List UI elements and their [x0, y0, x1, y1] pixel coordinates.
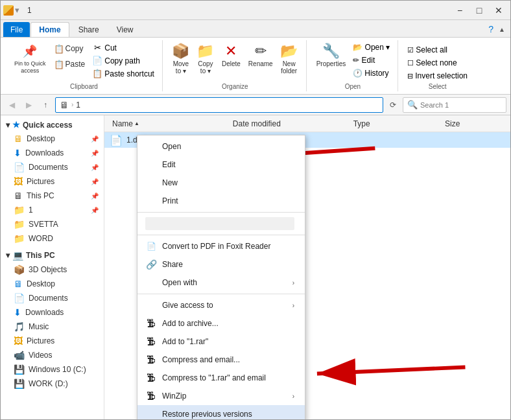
- pin-indicator-pic: 📌: [91, 178, 99, 185]
- sidebar-item-word[interactable]: 📁 WORD: [1, 231, 104, 246]
- sidebar-item-downloads[interactable]: ⬇ Downloads 📌: [1, 146, 104, 160]
- sidebar-item-svetta[interactable]: 📁 SVETTA: [1, 217, 104, 231]
- close-button[interactable]: ✕: [490, 3, 508, 18]
- ctx-new-icon: [145, 177, 157, 189]
- this-pc-header[interactable]: ▾ 💻 This PC: [1, 248, 104, 262]
- ctx-greyed-1: [137, 215, 305, 233]
- ctx-add-archive[interactable]: 🗜 Add to archive...: [137, 314, 305, 332]
- pin-indicator-doc: 📌: [91, 164, 99, 171]
- ctx-winzip[interactable]: 🗜 WinZip ›: [137, 387, 305, 405]
- new-folder-button[interactable]: 📂 Newfolder: [278, 41, 301, 76]
- ctx-share[interactable]: 🔗 Share: [137, 255, 305, 274]
- tab-home[interactable]: Home: [30, 22, 69, 37]
- maximize-button[interactable]: □: [470, 3, 488, 18]
- sidebar-pc-desktop[interactable]: 🖥 Desktop: [1, 277, 104, 291]
- col-type-header[interactable]: Type: [351, 119, 442, 128]
- tab-file[interactable]: File: [3, 22, 30, 37]
- ctx-compress-rar-email-icon: 🗜: [145, 372, 157, 384]
- sidebar-pc-pictures[interactable]: 🖼 Pictures: [1, 334, 104, 348]
- quick-access-header[interactable]: ▾ ★ Quick access: [1, 118, 104, 132]
- sidebar-pc-downloads[interactable]: ⬇ Downloads: [1, 305, 104, 320]
- col-name-header[interactable]: Name ▲: [110, 119, 230, 128]
- copy-path-button[interactable]: 📄 Copy path: [89, 54, 157, 67]
- cut-button[interactable]: ✂ Cut: [89, 41, 157, 54]
- ctx-add-rar[interactable]: 🗜 Add to "1.rar": [137, 332, 305, 351]
- ctx-print[interactable]: Print: [137, 192, 305, 210]
- sidebar-windows-c[interactable]: 💾 Windows 10 (C:): [1, 362, 104, 377]
- ctx-share-icon: 🔗: [145, 259, 157, 270]
- ctx-new[interactable]: New: [137, 174, 305, 192]
- refresh-button[interactable]: ⟳: [386, 98, 400, 112]
- properties-button[interactable]: 🔧 Properties: [313, 41, 350, 69]
- history-icon: 🕐: [353, 69, 362, 78]
- copy-path-icon: 📄: [92, 56, 102, 65]
- ribbon-content: 📌 Pin to Quickaccess 📋 Copy 📋 Paste: [1, 37, 510, 94]
- copy-to-button[interactable]: 📁 Copyto ▾: [194, 41, 217, 76]
- ctx-open[interactable]: Open: [137, 137, 305, 156]
- search-box[interactable]: 🔍: [403, 97, 506, 113]
- delete-button[interactable]: ✕ Delete: [219, 41, 244, 69]
- ribbon-collapse[interactable]: ▲: [496, 25, 508, 34]
- ctx-new-label: New: [162, 178, 178, 187]
- ctx-add-archive-label: Add to archive...: [162, 319, 219, 328]
- sidebar-item-documents[interactable]: 📄 Documents 📌: [1, 160, 104, 174]
- sidebar-item-thispc[interactable]: 🖥 This PC 📌: [1, 189, 104, 203]
- sidebar-pc-videos[interactable]: 📹 Videos: [1, 348, 104, 362]
- invert-label: Invert selection: [415, 71, 468, 80]
- title-bar: ▾ 1 − □ ✕: [1, 1, 510, 20]
- tab-view[interactable]: View: [108, 22, 142, 37]
- back-button[interactable]: ◀: [5, 98, 19, 112]
- col-size-header[interactable]: Size: [442, 119, 505, 128]
- sidebar-3dobjects[interactable]: 📦 3D Objects: [1, 262, 104, 277]
- pin-to-quick-access-button[interactable]: 📌 Pin to Quickaccess: [11, 41, 49, 76]
- address-path[interactable]: 🖥 › 1: [55, 97, 383, 113]
- paste-button[interactable]: 📋 Paste: [51, 57, 89, 71]
- minimize-button[interactable]: −: [451, 3, 469, 18]
- ctx-restore-versions[interactable]: Restore previous versions: [137, 405, 305, 419]
- copy-to-label: Copyto ▾: [198, 60, 213, 75]
- history-button[interactable]: 🕐 History: [350, 67, 392, 79]
- delete-label: Delete: [222, 60, 241, 67]
- ctx-compress-email[interactable]: 🗜 Compress and email...: [137, 351, 305, 369]
- ctx-greyed-bar: [145, 217, 294, 230]
- downloads-icon: ⬇: [14, 148, 21, 158]
- ctx-compress-rar-email[interactable]: 🗜 Compress to "1.rar" and email: [137, 369, 305, 387]
- move-to-button[interactable]: 📦 Moveto ▾: [169, 41, 193, 76]
- paste-shortcut-button[interactable]: 📋 Paste shortcut: [89, 67, 157, 80]
- select-group: ☑ Select all ☐ Select none ⊟ Invert sele…: [399, 40, 475, 91]
- forward-button[interactable]: ▶: [21, 98, 36, 112]
- select-all-icon: ☑: [407, 46, 414, 54]
- search-input[interactable]: [420, 101, 510, 109]
- copy-button[interactable]: 📋 Copy: [51, 41, 89, 56]
- open-label: 📂 Open ▾: [353, 43, 390, 52]
- address-bar: ◀ ▶ ↑ 🖥 › 1 ⟳ 🔍: [1, 95, 510, 115]
- help-button[interactable]: ?: [486, 23, 496, 36]
- up-button[interactable]: ↑: [38, 98, 53, 112]
- sidebar-item-1[interactable]: 📁 1 📌: [1, 203, 104, 217]
- ctx-open-with[interactable]: Open with ›: [137, 274, 305, 292]
- quick-access-customize[interactable]: ▾: [15, 5, 19, 15]
- open-button[interactable]: 📂 Open ▾: [350, 41, 392, 53]
- tab-share[interactable]: Share: [70, 22, 108, 37]
- select-all-button[interactable]: ☑ Select all: [405, 44, 470, 56]
- col-type-label: Type: [353, 119, 370, 128]
- clipboard-buttons: 📌 Pin to Quickaccess 📋 Copy 📋 Paste: [11, 41, 157, 82]
- col-date-header[interactable]: Date modified: [230, 119, 351, 128]
- ctx-edit[interactable]: Edit: [137, 156, 305, 174]
- ctx-convert-pdf[interactable]: 📄 Convert to PDF in Foxit Reader: [137, 237, 305, 255]
- quick-access-chevron: ▾: [6, 121, 10, 130]
- drive-d-icon: 💾: [14, 379, 25, 389]
- sidebar-pc-music[interactable]: 🎵 Music: [1, 320, 104, 334]
- select-none-button[interactable]: ☐ Select none: [405, 57, 470, 69]
- quick-access-label: Quick access: [23, 121, 73, 130]
- clipboard-label: Clipboard: [11, 82, 157, 90]
- rename-button[interactable]: ✏ Rename: [245, 41, 276, 69]
- edit-button[interactable]: ✏ Edit: [350, 54, 392, 66]
- invert-selection-button[interactable]: ⊟ Invert selection: [405, 70, 470, 82]
- sidebar-item-pictures[interactable]: 🖼 Pictures 📌: [1, 174, 104, 189]
- sidebar-pc-documents[interactable]: 📄 Documents: [1, 291, 104, 305]
- ctx-give-access[interactable]: Give access to ›: [137, 296, 305, 314]
- sidebar-work-d[interactable]: 💾 WORK (D:): [1, 377, 104, 391]
- sidebar-item-desktop[interactable]: 🖥 Desktop 📌: [1, 132, 104, 146]
- ctx-archive-icon: 🗜: [145, 318, 157, 329]
